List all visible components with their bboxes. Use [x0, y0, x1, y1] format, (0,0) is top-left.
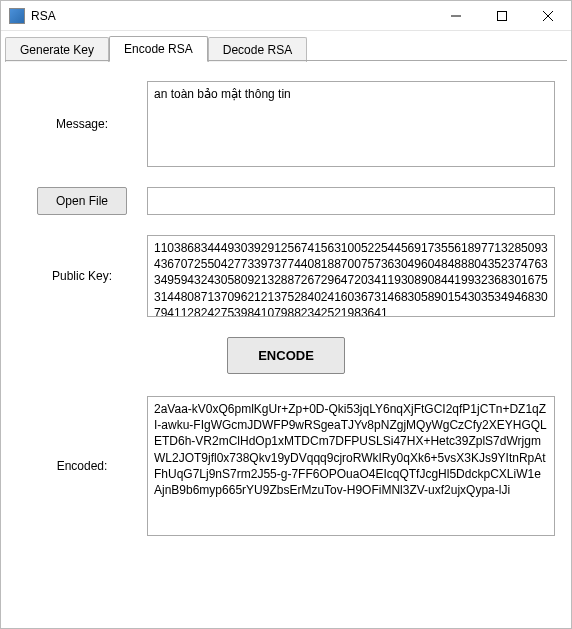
maximize-icon [497, 11, 507, 21]
encode-button[interactable]: ENCODE [227, 337, 345, 374]
message-label: Message: [17, 117, 147, 131]
encoded-output[interactable] [147, 396, 555, 536]
svg-rect-1 [498, 11, 507, 20]
tab-encode-rsa[interactable]: Encode RSA [109, 36, 208, 62]
public-key-input[interactable] [147, 235, 555, 317]
open-file-button[interactable]: Open File [37, 187, 127, 215]
public-key-label: Public Key: [17, 269, 147, 283]
tab-decode-rsa[interactable]: Decode RSA [208, 37, 307, 62]
close-button[interactable] [525, 1, 571, 31]
window-title: RSA [31, 9, 56, 23]
minimize-icon [451, 11, 461, 21]
tab-generate-key[interactable]: Generate Key [5, 37, 109, 62]
maximize-button[interactable] [479, 1, 525, 31]
minimize-button[interactable] [433, 1, 479, 31]
tab-panel-encode: Message: Open File Public Key: ENCODE En… [1, 61, 571, 572]
app-icon [9, 8, 25, 24]
close-icon [543, 11, 553, 21]
encoded-label: Encoded: [17, 459, 147, 473]
tab-bar: Generate Key Encode RSA Decode RSA [1, 31, 571, 61]
message-input[interactable] [147, 81, 555, 167]
file-path-input[interactable] [147, 187, 555, 215]
titlebar: RSA [1, 1, 571, 31]
